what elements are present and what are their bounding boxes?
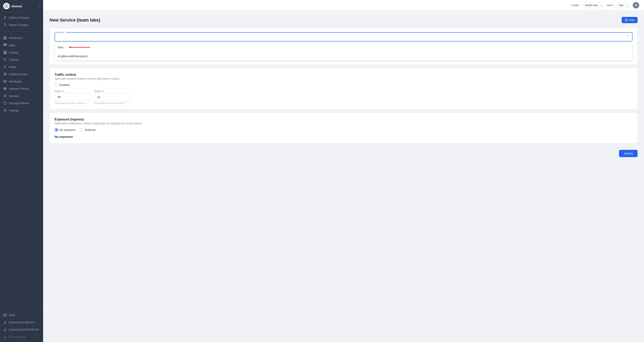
cluster-label: cluster: <box>571 4 580 7</box>
svg-rect-3 <box>4 38 5 39</box>
chevron-up-icon: ⌃ <box>627 35 629 39</box>
radio-no-exposure-circle <box>54 128 58 132</box>
traffic-control-card: Traffic control Split traffic between mu… <box>50 68 638 109</box>
name-dropdown: blue el-gitea-webhook-green <box>54 42 632 60</box>
sidebar-item-label: Download DOCKERCFG <box>9 328 39 331</box>
services-icon <box>3 94 7 98</box>
sidebar-item-label: Catalog <box>9 51 18 54</box>
revert-icon <box>3 23 7 26</box>
name-form-card: name * ⌃ blue <box>50 28 638 65</box>
sidebar-item-label: Shell <box>9 314 15 316</box>
team-select-wrapper[interactable]: labs <box>616 2 630 8</box>
name-input-wrapper[interactable]: name * ⌃ <box>54 32 632 42</box>
sidebar-item-label: Download KUBECFG <box>9 321 35 324</box>
team-label: team: <box>607 4 614 7</box>
sidebar-item-download-kubecfg[interactable]: Download KUBECFG <box>0 319 43 326</box>
sidebar-item-deploy-changes[interactable]: Deploy Changes <box>0 14 43 21</box>
projects-icon <box>3 58 7 62</box>
submit-row: Submit <box>50 147 638 160</box>
sidebar-item-label: Network Policies <box>9 87 29 90</box>
dropdown-item-label: blue <box>58 46 63 49</box>
sidebar-item-catalog[interactable]: Catalog <box>0 49 43 56</box>
sidebar-item-label: Builds <box>9 66 16 68</box>
radio-external[interactable]: External <box>80 128 95 132</box>
secrets-icon <box>3 72 7 76</box>
sidebar-item-workloads[interactable]: Workloads <box>0 78 43 85</box>
weight-v2-input-wrapper[interactable] <box>94 93 130 101</box>
sidebar-item-download-ca[interactable]: Download CA <box>0 333 43 340</box>
cluster-select-wrapper[interactable]: linode-labs <box>583 2 604 8</box>
sidebar-item-network-policies[interactable]: Network Policies <box>0 85 43 92</box>
svg-rect-13 <box>4 53 6 54</box>
svg-rect-9 <box>5 45 6 46</box>
sidebar-item-apps[interactable]: Apps <box>0 42 43 49</box>
sidebar-item-label: Sealed Secrets <box>9 73 28 76</box>
weight-row: Weight v1 Percentage of traffic to versi… <box>54 90 632 104</box>
user-avatar[interactable] <box>633 2 639 8</box>
weight-v1-field: Weight v1 Percentage of traffic to versi… <box>54 90 91 104</box>
download-dockercfg-icon <box>3 328 7 331</box>
radio-no-exposure[interactable]: No exposure <box>54 128 75 132</box>
sidebar-item-revert-changes[interactable]: Revert Changes <box>0 21 43 28</box>
team-select[interactable]: labs <box>616 2 630 8</box>
sidebar-header: Akamai ‹ <box>0 0 43 12</box>
logo-icon <box>3 3 10 9</box>
svg-rect-4 <box>5 38 6 39</box>
download-ca-icon <box>3 335 7 338</box>
sidebar-item-label: Download CA <box>9 335 26 338</box>
apps-icon <box>3 43 7 47</box>
dropdown-item-el-gitea-webhook-green[interactable]: el-gitea-webhook-green <box>55 52 632 60</box>
sidebar-item-sealed-secrets[interactable]: Sealed Secrets <box>0 70 43 78</box>
collapse-button[interactable]: ‹ <box>39 4 40 8</box>
sidebar-logo: Akamai <box>3 3 22 9</box>
weight-v1-input[interactable] <box>58 96 88 99</box>
page-header: New Service (team labs) Help <box>50 17 638 23</box>
download-kubecfg-icon <box>3 320 7 324</box>
sidebar-item-builds[interactable]: Builds <box>0 63 43 70</box>
sidebar-item-download-dockercfg[interactable]: Download DOCKERCFG <box>0 326 43 333</box>
workloads-icon <box>3 80 7 83</box>
sidebar-main-section: Dashboard Apps <box>0 33 43 116</box>
svg-point-21 <box>635 4 636 5</box>
sidebar-item-label: Deploy Changes <box>9 16 29 19</box>
sidebar-item-label: Revert Changes <box>9 23 28 26</box>
dropdown-item-blue[interactable]: blue <box>55 42 632 52</box>
help-label: Help <box>629 18 634 22</box>
svg-rect-11 <box>4 51 6 52</box>
weight-v2-label: Weight v2 <box>94 90 130 92</box>
sidebar-item-projects[interactable]: Projects <box>0 56 43 63</box>
svg-point-19 <box>5 110 6 111</box>
no-exposure-display-label: No exposure <box>54 135 632 138</box>
sidebar-item-settings[interactable]: Settings <box>0 107 43 114</box>
sidebar-item-shell[interactable]: Shell <box>0 312 43 319</box>
cluster-select[interactable]: linode-labs <box>583 2 604 8</box>
logo-text: Akamai <box>11 4 22 8</box>
catalog-icon <box>3 50 7 54</box>
enabled-checkbox-row: Enabled <box>54 84 632 86</box>
sidebar-item-label: Apps <box>9 44 15 47</box>
radio-external-label: External <box>85 128 95 132</box>
svg-rect-6 <box>5 44 6 44</box>
sidebar-item-label: Dashboard <box>9 36 22 40</box>
exposure-card: Exposure (ingress) Determines loadbalanc… <box>50 112 638 144</box>
weight-v2-hint: Percentage of traffic to version 2. <box>94 102 130 104</box>
settings-icon <box>3 108 7 112</box>
svg-rect-20 <box>4 314 6 316</box>
security-icon <box>3 101 7 105</box>
grid-icon <box>3 36 7 40</box>
sidebar-divider <box>0 31 43 32</box>
sidebar-item-dashboard[interactable]: Dashboard <box>0 34 43 42</box>
enabled-checkbox[interactable] <box>54 84 58 86</box>
svg-point-14 <box>4 73 6 75</box>
weight-v1-input-wrapper[interactable] <box>54 93 91 101</box>
weight-v2-input[interactable] <box>97 96 127 99</box>
svg-rect-8 <box>4 45 4 46</box>
shell-icon <box>3 313 7 317</box>
name-field-label: name * <box>58 31 66 34</box>
svg-marker-24 <box>69 46 71 48</box>
submit-button[interactable]: Submit <box>619 150 638 157</box>
name-input[interactable] <box>58 35 629 38</box>
sidebar-item-services[interactable]: Services <box>0 92 43 100</box>
help-button[interactable]: Help <box>622 17 638 23</box>
sidebar-item-security-policies[interactable]: Security Policies <box>0 100 43 107</box>
